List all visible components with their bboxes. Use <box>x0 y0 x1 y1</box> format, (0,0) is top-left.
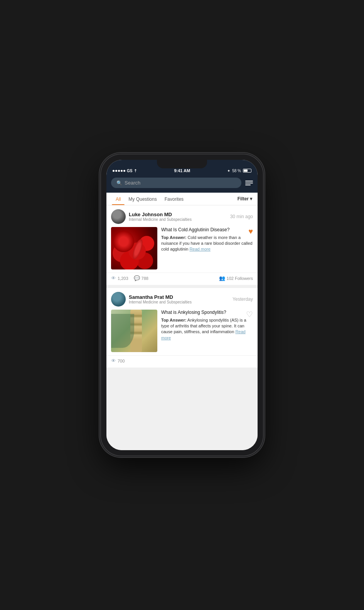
eye-icon: 👁 <box>111 358 116 364</box>
tab-my-questions[interactable]: My Questions <box>125 193 160 205</box>
post-image-spine <box>111 310 157 352</box>
post-stats: 👁 700 <box>106 355 258 368</box>
carrier-label: GS <box>127 169 132 173</box>
favorite-button[interactable]: ♡ <box>246 310 253 319</box>
author-info: Luke Johnson MD Internal Medicine and Su… <box>129 212 227 222</box>
answer-prefix: Top Answer: <box>161 318 186 322</box>
feed: Luke Johnson MD Internal Medicine and Su… <box>106 205 258 450</box>
search-placeholder: Search <box>125 180 140 186</box>
author-name: Luke Johnson MD <box>129 212 227 217</box>
comments-count: 788 <box>142 276 148 281</box>
chevron-down-icon: ▾ <box>250 196 252 202</box>
post-body-wrapper: What is Ankylosing Spondylitis? Top Answ… <box>106 310 258 355</box>
tab-favorites[interactable]: Favorites <box>161 193 187 205</box>
post-card: Samantha Prat MD Internal Medicine and S… <box>106 288 258 368</box>
followers-stat: 👥 102 Followers <box>219 275 253 281</box>
author-specialty: Internal Medicine and Subspecialties <box>129 217 227 222</box>
post-card: Luke Johnson MD Internal Medicine and Su… <box>106 205 258 285</box>
hamburger-line <box>245 181 253 181</box>
author-info: Samantha Prat MD Internal Medicine and S… <box>129 294 229 304</box>
eye-icon: 👁 <box>111 275 116 281</box>
hamburger-line <box>245 185 251 185</box>
author-specialty: Internal Medicine and Subspecialties <box>129 300 229 304</box>
post-body: What is Ankylosing Spondylitis? Top Answ… <box>106 310 258 355</box>
post-body-wrapper: What Is Cold Agglutinin Disease? Top Ans… <box>106 227 258 273</box>
battery-icon <box>243 169 251 173</box>
hamburger-menu-button[interactable] <box>245 181 253 185</box>
views-count: 1,203 <box>118 276 128 281</box>
post-answer: Top Answer: Ankylosing spondylitis (AS) … <box>161 317 253 341</box>
tab-all[interactable]: All <box>112 193 125 205</box>
answer-prefix: Top Answer: <box>161 235 186 240</box>
comments-stat: 💬 788 <box>134 275 148 281</box>
followers-icon: 👥 <box>219 275 225 281</box>
clock: 9:41 AM <box>174 168 190 173</box>
views-count: 700 <box>118 359 125 363</box>
post-stats: 👁 1,203 💬 788 👥 102 Followers <box>106 273 258 285</box>
hamburger-line <box>245 183 253 183</box>
tabs-bar: All My Questions Favorites Filter ▾ <box>106 193 258 205</box>
post-text: What is Ankylosing Spondylitis? Top Answ… <box>161 310 253 341</box>
post-title: What is Ankylosing Spondylitis? <box>161 310 253 316</box>
post-title: What Is Cold Agglutinin Disease? <box>161 227 253 233</box>
comment-icon: 💬 <box>134 275 140 281</box>
status-left: GS ⇡ <box>113 169 137 173</box>
author-name: Samantha Prat MD <box>129 294 229 300</box>
bluetooth-icon: ✦ <box>227 169 230 173</box>
views-stat: 👁 1,203 <box>111 275 128 281</box>
status-right: ✦ 58 % <box>227 169 251 173</box>
favorite-button[interactable]: ♥ <box>248 227 253 236</box>
filter-button[interactable]: Filter ▾ <box>238 196 252 202</box>
post-body: What Is Cold Agglutinin Disease? Top Ans… <box>106 227 258 273</box>
avatar <box>111 209 126 224</box>
post-answer: Top Answer: Cold weather is more than a … <box>161 235 253 252</box>
wifi-icon: ⇡ <box>134 169 137 173</box>
search-icon: 🔍 <box>116 180 122 186</box>
battery-percent: 58 % <box>232 169 241 173</box>
app-header: 🔍 Search <box>106 175 258 193</box>
search-bar[interactable]: 🔍 Search <box>111 178 241 188</box>
post-time: 30 min ago <box>230 214 253 219</box>
followers-count: 102 Followers <box>227 276 253 281</box>
heart-empty-icon: ♡ <box>246 310 253 319</box>
post-text: What Is Cold Agglutinin Disease? Top Ans… <box>161 227 253 252</box>
post-time: Yesterday <box>233 297 253 302</box>
views-stat: 👁 700 <box>111 358 125 364</box>
filter-label: Filter <box>238 196 249 202</box>
post-header: Luke Johnson MD Internal Medicine and Su… <box>106 205 258 227</box>
heart-filled-icon: ♥ <box>248 227 253 236</box>
post-header: Samantha Prat MD Internal Medicine and S… <box>106 288 258 310</box>
avatar <box>111 292 126 307</box>
post-image-rbc <box>111 227 157 269</box>
read-more-link[interactable]: Read more <box>189 247 210 251</box>
